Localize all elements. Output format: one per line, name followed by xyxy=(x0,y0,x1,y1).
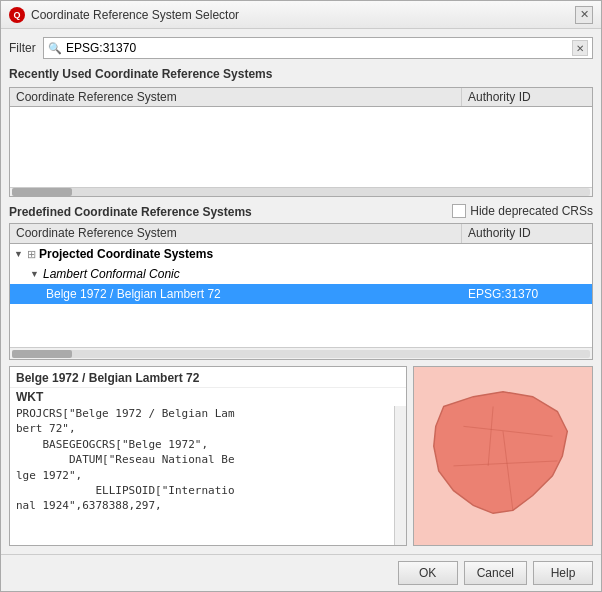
scrollbar-track[interactable] xyxy=(12,350,590,358)
recently-used-col-crs: Coordinate Reference System xyxy=(10,88,462,106)
map-preview-panel xyxy=(413,366,593,546)
predefined-table-header: Coordinate Reference System Authority ID xyxy=(10,224,592,244)
recently-used-scrollbar[interactable] xyxy=(10,187,592,196)
bottom-section: Belge 1972 / Belgian Lambert 72 WKT PROJ… xyxy=(9,366,593,546)
wkt-content[interactable]: PROJCRS["Belge 1972 / Belgian Lambert 72… xyxy=(10,406,394,545)
dialog-body: Filter 🔍 ✕ Recently Used Coordinate Refe… xyxy=(1,29,601,554)
table-row[interactable]: Belge 1972 / Belgian Lambert 72 EPSG:313… xyxy=(10,284,592,304)
tree-node-label: Lambert Conformal Conic xyxy=(43,267,180,281)
app-icon: Q xyxy=(9,7,25,23)
tree-cell-crs[interactable]: ▼ ⊞ Projected Coordinate Systems xyxy=(10,245,462,263)
scrollbar-track[interactable] xyxy=(12,188,590,196)
wkt-panel: Belge 1972 / Belgian Lambert 72 WKT PROJ… xyxy=(9,366,407,546)
clear-filter-button[interactable]: ✕ xyxy=(572,40,588,56)
predefined-scrollbar[interactable] xyxy=(10,347,592,359)
tree-cell-crs[interactable]: ▼ Lambert Conformal Conic xyxy=(10,265,462,283)
predefined-table-body[interactable]: ▼ ⊞ Projected Coordinate Systems ▼ Lambe… xyxy=(10,244,592,347)
help-button[interactable]: Help xyxy=(533,561,593,585)
filter-input[interactable] xyxy=(66,41,568,55)
wkt-section-label: WKT xyxy=(10,388,406,406)
predefined-header: Predefined Coordinate Reference Systems xyxy=(9,205,252,219)
tree-leaf-label: Belge 1972 / Belgian Lambert 72 xyxy=(46,287,221,301)
recently-used-table-header: Coordinate Reference System Authority ID xyxy=(10,88,592,107)
map-svg xyxy=(414,367,592,545)
expand-icon[interactable]: ▼ xyxy=(30,269,40,279)
wkt-title: Belge 1972 / Belgian Lambert 72 xyxy=(10,367,406,388)
tree-cell-authority xyxy=(462,272,592,276)
predefined-col-crs: Coordinate Reference System xyxy=(10,224,462,243)
close-button[interactable]: ✕ xyxy=(575,6,593,24)
dialog-title: Coordinate Reference System Selector xyxy=(31,8,239,22)
predefined-section: Predefined Coordinate Reference Systems … xyxy=(9,203,593,360)
dialog-footer: OK Cancel Help xyxy=(1,554,601,591)
filter-row: Filter 🔍 ✕ xyxy=(9,37,593,59)
predefined-table: Coordinate Reference System Authority ID… xyxy=(9,223,593,360)
ok-button[interactable]: OK xyxy=(398,561,458,585)
title-bar-left: Q Coordinate Reference System Selector xyxy=(9,7,239,23)
recently-used-header: Recently Used Coordinate Reference Syste… xyxy=(9,67,593,81)
wkt-scrollbar[interactable] xyxy=(394,406,406,545)
hide-deprecated-label: Hide deprecated CRSs xyxy=(470,204,593,218)
folder-icon: ⊞ xyxy=(27,248,36,261)
wkt-panel-inner: PROJCRS["Belge 1972 / Belgian Lambert 72… xyxy=(10,406,406,545)
recently-used-table: Coordinate Reference System Authority ID xyxy=(9,87,593,197)
tree-node-label: Projected Coordinate Systems xyxy=(39,247,213,261)
tree-cell-crs[interactable]: Belge 1972 / Belgian Lambert 72 xyxy=(10,285,462,303)
table-row[interactable]: ▼ ⊞ Projected Coordinate Systems xyxy=(10,244,592,264)
title-bar: Q Coordinate Reference System Selector ✕ xyxy=(1,1,601,29)
hide-deprecated-row: Hide deprecated CRSs xyxy=(452,204,593,218)
recently-used-table-body xyxy=(10,107,592,187)
hide-deprecated-checkbox[interactable] xyxy=(452,204,466,218)
tree-cell-authority xyxy=(462,252,592,256)
recently-used-col-authority: Authority ID xyxy=(462,88,592,106)
filter-label: Filter xyxy=(9,41,37,55)
predefined-header-row: Predefined Coordinate Reference Systems … xyxy=(9,203,593,219)
scrollbar-thumb[interactable] xyxy=(12,350,72,358)
predefined-col-authority: Authority ID xyxy=(462,224,592,243)
tree-cell-authority: EPSG:31370 xyxy=(462,285,592,303)
table-row[interactable]: ▼ Lambert Conformal Conic xyxy=(10,264,592,284)
crs-selector-dialog: Q Coordinate Reference System Selector ✕… xyxy=(0,0,602,592)
search-icon: 🔍 xyxy=(48,42,62,55)
cancel-button[interactable]: Cancel xyxy=(464,561,527,585)
scrollbar-thumb[interactable] xyxy=(12,188,72,196)
expand-icon[interactable]: ▼ xyxy=(14,249,24,259)
filter-input-wrapper[interactable]: 🔍 ✕ xyxy=(43,37,593,59)
